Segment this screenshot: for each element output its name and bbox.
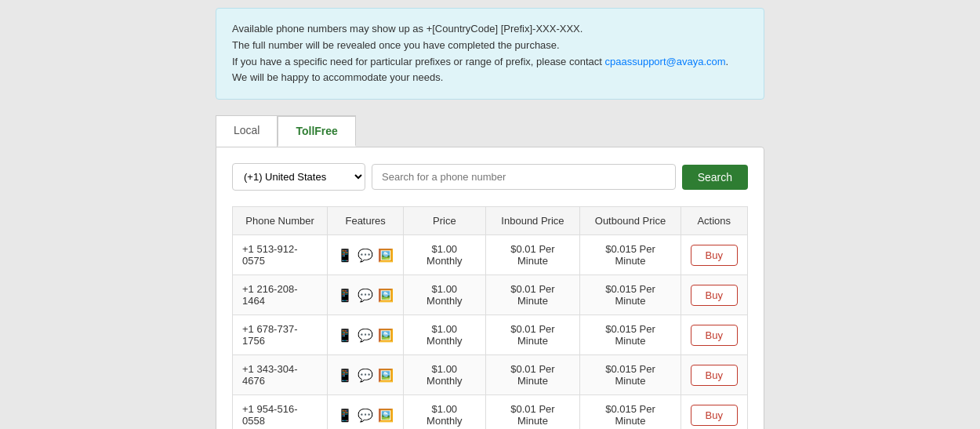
tab-local[interactable]: Local [216,115,278,147]
table-row: +1 216-208-1464 📱 💬 🖼️ $1.00 Monthly $0.… [233,275,748,315]
col-actions: Actions [681,207,747,235]
col-features: Features [328,207,404,235]
table-row: +1 513-912-0575 📱 💬 🖼️ $1.00 Monthly $0.… [233,235,748,275]
country-select[interactable]: (+1) United States [232,163,365,191]
col-phone-number: Phone Number [233,207,328,235]
cell-phone-number: +1 954-516-0558 [233,395,328,429]
image-icon: 🖼️ [378,408,394,423]
phone-icon: 📱 [337,408,353,423]
cell-phone-number: +1 216-208-1464 [233,275,328,315]
phone-icon: 📱 [337,288,353,303]
info-line2: The full number will be revealed once yo… [232,39,560,51]
chat-icon: 💬 [358,288,373,303]
cell-price: $1.00 Monthly [404,235,485,275]
phone-numbers-table: Phone Number Features Price Inbound Pric… [232,206,748,429]
col-outbound: Outbound Price [580,207,681,235]
cell-outbound: $0.015 Per Minute [580,395,681,429]
cell-features: 📱 💬 🖼️ [328,275,404,315]
table-row: +1 678-737-1756 📱 💬 🖼️ $1.00 Monthly $0.… [233,315,748,355]
chat-icon: 💬 [358,368,373,383]
cell-action: Buy [681,275,747,315]
info-box: Available phone numbers may show up as +… [216,8,764,100]
info-line3: If you have a specific need for particul… [232,56,604,67]
support-email[interactable]: cpaassupport@avaya.com [604,56,725,67]
buy-button[interactable]: Buy [691,285,738,306]
cell-action: Buy [681,235,747,275]
phone-icon: 📱 [337,328,353,343]
info-line4: We will be happy to accommodate your nee… [232,71,443,83]
search-input[interactable] [372,164,676,190]
cell-outbound: $0.015 Per Minute [580,315,681,355]
cell-price: $1.00 Monthly [404,275,485,315]
cell-phone-number: +1 343-304-4676 [233,355,328,395]
cell-inbound: $0.01 Per Minute [485,275,580,315]
buy-button[interactable]: Buy [691,245,738,266]
cell-outbound: $0.015 Per Minute [580,235,681,275]
buy-button[interactable]: Buy [691,405,738,426]
cell-features: 📱 💬 🖼️ [328,315,404,355]
table-row: +1 343-304-4676 📱 💬 🖼️ $1.00 Monthly $0.… [233,355,748,395]
phone-icon: 📱 [337,248,353,263]
image-icon: 🖼️ [378,328,394,343]
cell-outbound: $0.015 Per Minute [580,275,681,315]
cell-features: 📱 💬 🖼️ [328,395,404,429]
cell-price: $1.00 Monthly [404,355,485,395]
info-line1: Available phone numbers may show up as +… [232,23,583,35]
cell-action: Buy [681,355,747,395]
chat-icon: 💬 [358,408,373,423]
buy-button[interactable]: Buy [691,365,738,386]
table-row: +1 954-516-0558 📱 💬 🖼️ $1.00 Monthly $0.… [233,395,748,429]
chat-icon: 💬 [358,328,373,343]
cell-inbound: $0.01 Per Minute [485,355,580,395]
col-price: Price [404,207,485,235]
buy-button[interactable]: Buy [691,325,738,346]
cell-features: 📱 💬 🖼️ [328,355,404,395]
search-row: (+1) United States Search [232,163,748,191]
cell-action: Buy [681,395,747,429]
main-card: (+1) United States Search Phone Number F… [216,147,764,429]
cell-phone-number: +1 678-737-1756 [233,315,328,355]
cell-price: $1.00 Monthly [404,315,485,355]
info-line3end: . [726,56,729,67]
cell-features: 📱 💬 🖼️ [328,235,404,275]
cell-inbound: $0.01 Per Minute [485,395,580,429]
tab-tollfree[interactable]: TollFree [278,115,355,147]
chat-icon: 💬 [358,248,373,263]
phone-icon: 📱 [337,368,353,383]
cell-phone-number: +1 513-912-0575 [233,235,328,275]
image-icon: 🖼️ [378,248,394,263]
cell-inbound: $0.01 Per Minute [485,235,580,275]
cell-action: Buy [681,315,747,355]
cell-price: $1.00 Monthly [404,395,485,429]
page-wrapper: Available phone numbers may show up as +… [216,8,764,429]
cell-outbound: $0.015 Per Minute [580,355,681,395]
table-header-row: Phone Number Features Price Inbound Pric… [233,207,748,235]
image-icon: 🖼️ [378,368,394,383]
tabs: Local TollFree [216,115,764,147]
image-icon: 🖼️ [378,288,394,303]
col-inbound: Inbound Price [485,207,580,235]
cell-inbound: $0.01 Per Minute [485,315,580,355]
search-button[interactable]: Search [682,165,748,190]
